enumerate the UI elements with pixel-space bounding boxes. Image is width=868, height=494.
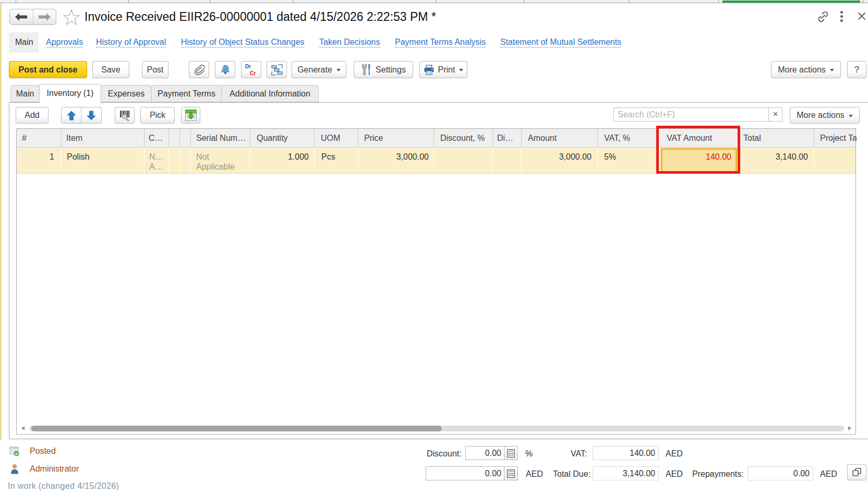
- svg-text:Dr: Dr: [245, 64, 251, 69]
- svg-text:Cr: Cr: [250, 70, 256, 76]
